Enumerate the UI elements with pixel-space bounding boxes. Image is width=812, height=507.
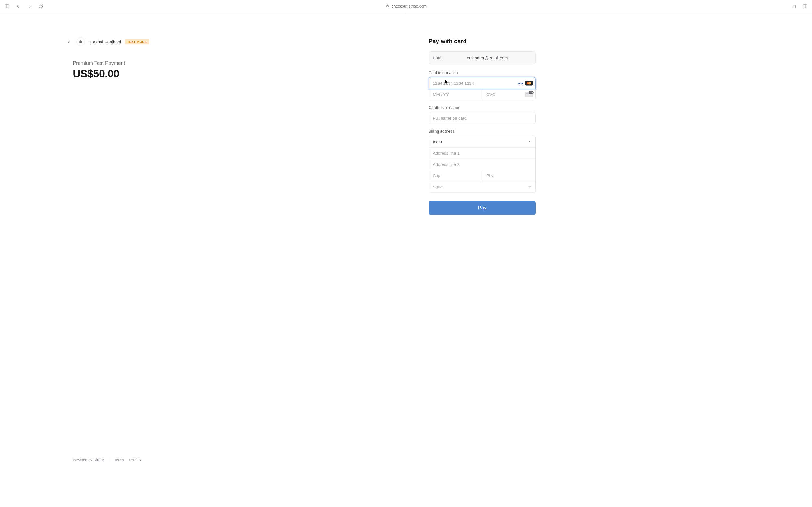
footer-divider: [109, 457, 109, 462]
tabs-button[interactable]: [801, 3, 809, 10]
address-line2-input[interactable]: [429, 159, 536, 170]
merchant-name: Harshal Ranjhani: [89, 40, 121, 44]
sidebar-toggle-button[interactable]: [3, 3, 11, 10]
state-placeholder: State: [433, 184, 443, 189]
address-line1-field[interactable]: [429, 147, 536, 159]
terms-link[interactable]: Terms: [114, 458, 124, 462]
card-cvc-field[interactable]: [482, 89, 536, 100]
card-expiry-field[interactable]: [429, 89, 482, 100]
url-text: checkout.stripe.com: [392, 4, 427, 8]
chevron-down-icon: [527, 184, 531, 189]
address-line2-field[interactable]: [429, 159, 536, 170]
svg-rect-5: [803, 4, 807, 8]
pin-field[interactable]: [482, 170, 536, 181]
cardholder-name-input[interactable]: [429, 112, 536, 124]
powered-by-label: Powered by: [73, 458, 92, 462]
card-brand-icons: VISA: [517, 81, 532, 86]
summary-pane: Harshal Ranjhani TEST MODE Premium Test …: [0, 12, 406, 507]
mastercard-icon: [525, 81, 532, 86]
cvc-icon: [525, 92, 532, 97]
address-line1-input[interactable]: [429, 148, 536, 159]
billing-section-label: Billing address: [428, 129, 536, 133]
cardholder-name-field[interactable]: [429, 112, 536, 124]
svg-rect-3: [792, 5, 795, 8]
footer: Powered by stripe Terms Privacy: [73, 457, 141, 462]
payment-form-pane: Pay with card Email customer@email.com C…: [406, 12, 812, 507]
form-title: Pay with card: [428, 38, 536, 45]
stripe-logo: stripe: [94, 457, 104, 462]
privacy-link[interactable]: Privacy: [129, 458, 141, 462]
email-display[interactable]: Email customer@email.com: [428, 51, 536, 64]
back-button[interactable]: [15, 3, 22, 10]
page: Harshal Ranjhani TEST MODE Premium Test …: [0, 12, 812, 507]
product-price: US$50.00: [73, 68, 125, 80]
country-value: India: [433, 139, 442, 144]
state-select[interactable]: State: [429, 181, 536, 192]
pay-button[interactable]: Pay: [428, 201, 536, 215]
browser-toolbar: checkout.stripe.com: [0, 0, 812, 12]
card-field-group: VISA: [428, 77, 536, 100]
test-mode-badge: TEST MODE: [125, 39, 149, 44]
svg-rect-2: [386, 5, 388, 7]
email-label: Email: [433, 55, 444, 60]
product-name: Premium Test Payment: [73, 60, 125, 66]
card-number-field[interactable]: VISA: [428, 77, 536, 89]
city-field[interactable]: [429, 170, 482, 181]
visa-icon: VISA: [517, 81, 524, 86]
forward-button[interactable]: [26, 3, 33, 10]
lock-icon: [386, 4, 389, 8]
merchant-back-button[interactable]: [65, 38, 73, 46]
country-select[interactable]: India: [429, 136, 536, 147]
reload-button[interactable]: [37, 3, 45, 10]
share-button[interactable]: [790, 3, 797, 10]
chevron-down-icon: [527, 139, 531, 144]
email-value: customer@email.com: [444, 55, 531, 60]
merchant-logo-icon: [77, 38, 85, 46]
card-expiry-input[interactable]: [429, 89, 482, 100]
svg-rect-0: [5, 4, 9, 8]
cardholder-section-label: Cardholder name: [428, 105, 536, 110]
card-section-label: Card information: [428, 70, 536, 75]
pin-input[interactable]: [483, 170, 536, 181]
address-bar[interactable]: checkout.stripe.com: [386, 4, 427, 8]
city-input[interactable]: [429, 170, 482, 181]
